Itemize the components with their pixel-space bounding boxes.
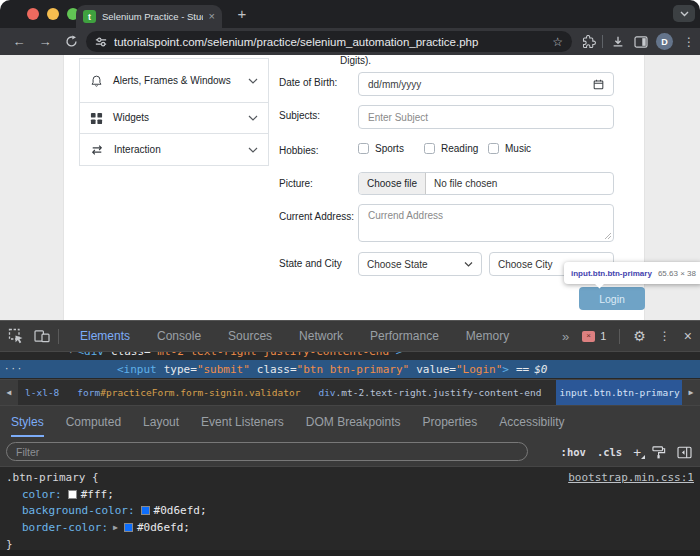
expander-icon[interactable]: ▾ bbox=[68, 352, 73, 356]
browser-tab[interactable]: t Selenium Practice - Student R × bbox=[76, 5, 222, 28]
device-toolbar-button[interactable] bbox=[30, 321, 54, 351]
address-bar[interactable]: tutorialspoint.com/selenium/practice/sel… bbox=[86, 31, 572, 52]
crumb-tag: form bbox=[77, 387, 100, 398]
file-status-text: No file chosen bbox=[426, 178, 497, 189]
reading-checkbox[interactable] bbox=[424, 143, 435, 154]
devtools-panel: Elements Console Sources Network Perform… bbox=[0, 320, 700, 556]
chevron-down-icon bbox=[248, 147, 258, 153]
bookmark-star-icon[interactable]: ☆ bbox=[552, 35, 563, 49]
error-badge-icon: × bbox=[582, 331, 595, 342]
new-tab-button[interactable]: + bbox=[232, 5, 252, 22]
tab-search-button[interactable] bbox=[673, 5, 695, 22]
pane-tab-styles[interactable]: Styles bbox=[11, 406, 44, 437]
pane-tab-computed[interactable]: Computed bbox=[66, 406, 121, 437]
back-button[interactable]: ← bbox=[8, 28, 30, 55]
browser-menu-button[interactable]: ⋮ bbox=[678, 28, 700, 55]
devtools-settings-button[interactable]: ⚙ bbox=[633, 328, 646, 344]
picture-file-input[interactable]: Choose file No file chosen bbox=[358, 172, 614, 195]
sidebar-item-alerts-frames-windows[interactable]: Alerts, Frames & Windows bbox=[80, 59, 268, 103]
tab-close-icon[interactable]: × bbox=[209, 11, 215, 22]
bell-icon bbox=[90, 74, 103, 88]
sidebar-item-interaction[interactable]: Interaction bbox=[80, 134, 268, 165]
forward-button[interactable]: → bbox=[34, 28, 56, 55]
tab-network[interactable]: Network bbox=[299, 329, 343, 343]
sidebar-item-label: Alerts, Frames & Windows bbox=[113, 75, 231, 87]
toggle-class-button[interactable]: .cls bbox=[597, 446, 622, 458]
dob-input[interactable]: dd/mm/yyyy bbox=[358, 72, 614, 96]
close-window-button[interactable] bbox=[27, 8, 39, 20]
error-counter[interactable]: × 1 bbox=[582, 330, 606, 342]
login-button[interactable]: Login bbox=[579, 287, 645, 310]
window-controls bbox=[27, 8, 79, 20]
music-checkbox[interactable] bbox=[488, 143, 499, 154]
pane-tab-layout[interactable]: Layout bbox=[143, 406, 179, 437]
toggle-hover-state-button[interactable]: :hov bbox=[561, 446, 586, 458]
more-tabs-button[interactable]: » bbox=[562, 329, 569, 344]
extensions-button[interactable] bbox=[578, 28, 600, 55]
sidebar-item-widgets[interactable]: Widgets bbox=[80, 103, 268, 134]
color-swatch[interactable] bbox=[141, 506, 150, 515]
minimize-window-button[interactable] bbox=[47, 8, 59, 20]
property-name: color: bbox=[22, 488, 62, 501]
styles-filter-input[interactable] bbox=[6, 442, 528, 461]
new-style-rule-button[interactable]: + bbox=[633, 445, 641, 460]
sports-checkbox[interactable] bbox=[358, 143, 369, 154]
closing-brace: } bbox=[6, 538, 13, 551]
subjects-input[interactable]: Enter Subject bbox=[358, 105, 614, 129]
side-panel-button[interactable] bbox=[630, 28, 652, 55]
tab-elements[interactable]: Elements bbox=[80, 329, 130, 343]
value-token: "btn btn-primary" bbox=[297, 363, 410, 376]
close-token: > bbox=[502, 363, 509, 376]
expand-property-icon[interactable]: ▶ bbox=[113, 523, 118, 532]
value-token: "submit" bbox=[197, 363, 250, 376]
choose-file-button[interactable]: Choose file bbox=[359, 173, 426, 194]
devtools-bottom-scrollbar[interactable] bbox=[0, 550, 700, 556]
tab-sources[interactable]: Sources bbox=[228, 329, 272, 343]
tab-performance[interactable]: Performance bbox=[370, 329, 439, 343]
crumb-classes: .btn.btn-primary bbox=[588, 387, 680, 398]
breadcrumb-div[interactable]: div.mt-2.text-right.justify-content-end bbox=[315, 380, 544, 405]
value-token: "mt-2 text-right justify-content-end" bbox=[151, 352, 396, 358]
inspect-element-button[interactable] bbox=[4, 321, 28, 351]
profile-avatar[interactable]: D bbox=[656, 33, 673, 50]
dollar-zero-marker: $0 bbox=[534, 363, 547, 376]
pane-tab-properties[interactable]: Properties bbox=[423, 406, 478, 437]
breadcrumb-input-selected[interactable]: input.btn.btn-primary bbox=[556, 380, 682, 405]
state-select[interactable]: Choose State bbox=[358, 252, 482, 276]
dom-node-parent-div[interactable]: ▾ <divclass="mt-2 text-right justify-con… bbox=[0, 352, 700, 360]
css-property-background-color[interactable]: background-color: #0d6efd; bbox=[0, 502, 700, 519]
dom-breadcrumbs: ◀ l-xl-8 form#practiceForm.form-signin.v… bbox=[0, 379, 700, 405]
address-textarea[interactable]: Currend Address bbox=[358, 204, 614, 242]
tab-memory[interactable]: Memory bbox=[466, 329, 509, 343]
sidebar-toggle-icon[interactable] bbox=[677, 446, 692, 459]
breadcrumb-col[interactable]: l-xl-8 bbox=[22, 380, 62, 405]
tag-token: <div bbox=[77, 352, 104, 358]
breadcrumb-prev-button[interactable]: ◀ bbox=[0, 380, 18, 405]
pane-tab-event-listeners[interactable]: Event Listeners bbox=[201, 406, 284, 437]
pane-tab-dom-breakpoints[interactable]: DOM Breakpoints bbox=[306, 406, 401, 437]
downloads-button[interactable] bbox=[607, 28, 629, 55]
color-swatch[interactable] bbox=[68, 490, 77, 499]
format-painter-icon[interactable] bbox=[652, 446, 666, 459]
pane-tab-accessibility[interactable]: Accessibility bbox=[499, 406, 564, 437]
music-label: Music bbox=[505, 143, 531, 154]
devtools-close-button[interactable]: × bbox=[684, 328, 692, 344]
chevron-down-icon bbox=[680, 11, 689, 17]
hobby-music-option[interactable]: Music bbox=[488, 143, 531, 154]
hobby-reading-option[interactable]: Reading bbox=[424, 143, 478, 154]
color-swatch[interactable] bbox=[124, 523, 133, 532]
breadcrumb-next-button[interactable]: ▶ bbox=[682, 380, 700, 405]
css-rule-selector-line: .btn-primary { bootstrap.min.css:1 bbox=[0, 469, 700, 486]
css-property-border-color[interactable]: border-color: ▶ #0d6efd; bbox=[0, 519, 700, 536]
dom-node-selected-input[interactable]: ··· <inputtype="submit"class="btn btn-pr… bbox=[0, 360, 700, 378]
breadcrumb-form[interactable]: form#practiceForm.form-signin.validator bbox=[74, 380, 303, 405]
side-panel-icon bbox=[634, 36, 648, 48]
attr-token: type= bbox=[164, 363, 197, 376]
reload-button[interactable] bbox=[60, 28, 82, 55]
css-property-color[interactable]: color: #fff; bbox=[0, 486, 700, 503]
hobby-sports-option[interactable]: Sports bbox=[358, 143, 404, 154]
stylesheet-source-link[interactable]: bootstrap.min.css:1 bbox=[568, 471, 694, 484]
tab-console[interactable]: Console bbox=[157, 329, 201, 343]
resize-grip-icon[interactable] bbox=[604, 232, 612, 240]
devtools-menu-button[interactable]: ⋮ bbox=[659, 329, 671, 343]
